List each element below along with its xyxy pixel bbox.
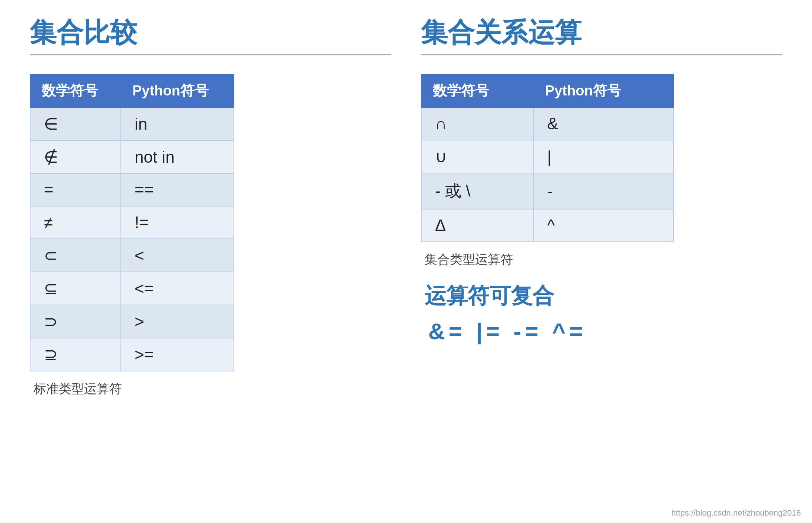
- left-col1-header: 数学符号: [30, 74, 121, 107]
- table-row: ∩&: [421, 107, 673, 140]
- math-symbol: ⊆: [30, 272, 121, 305]
- right-table: 数学符号 Python符号 ∩&∪|- 或 \-Δ^: [421, 74, 674, 242]
- left-col2-header: Python符号: [121, 74, 234, 107]
- math-symbol: ⊃: [30, 305, 121, 338]
- table-row: ∪|: [421, 140, 673, 173]
- watermark: https://blog.csdn.net/zhoubeng2016: [671, 508, 801, 518]
- table-row: ∈in: [30, 107, 234, 140]
- python-symbol: <=: [121, 272, 234, 305]
- math-symbol: ∩: [421, 107, 534, 140]
- table-row: ⊃>: [30, 305, 234, 338]
- table-row: ⊇>=: [30, 338, 234, 371]
- table-row: - 或 \-: [421, 173, 673, 209]
- right-footnote: 集合类型运算符: [425, 251, 513, 268]
- python-symbol: <: [121, 239, 234, 272]
- table-row: ≠!=: [30, 206, 234, 239]
- left-table: 数学符号 Python符号 ∈in∉not in===≠!=⊂<⊆<=⊃>⊇>=: [30, 74, 234, 371]
- compound-ops: &= |= -= ^=: [428, 318, 586, 344]
- python-symbol: >: [121, 305, 234, 338]
- table-row: Δ^: [421, 209, 673, 242]
- python-symbol: in: [121, 107, 234, 140]
- right-title: 集合关系运算: [421, 15, 782, 55]
- math-symbol: Δ: [421, 209, 534, 242]
- python-symbol: &: [534, 107, 673, 140]
- table-row: ===: [30, 173, 234, 206]
- math-symbol: - 或 \: [421, 173, 534, 209]
- right-col1-header: 数学符号: [421, 74, 534, 107]
- python-symbol: -: [534, 173, 673, 209]
- right-section: 集合关系运算 数学符号 Python符号 ∩&∪|- 或 \-Δ^ 集合类型运算…: [421, 15, 782, 508]
- left-title: 集合比较: [30, 15, 391, 55]
- python-symbol: !=: [121, 206, 234, 239]
- math-symbol: ≠: [30, 206, 121, 239]
- python-symbol: ^: [534, 209, 673, 242]
- left-footnote: 标准类型运算符: [33, 380, 122, 397]
- math-symbol: ⊂: [30, 239, 121, 272]
- python-symbol: |: [534, 140, 673, 173]
- math-symbol: ∪: [421, 140, 534, 173]
- table-row: ⊂<: [30, 239, 234, 272]
- compound-title: 运算符可复合: [425, 282, 554, 311]
- table-row: ⊆<=: [30, 272, 234, 305]
- math-symbol: ∉: [30, 140, 121, 173]
- right-col2-header: Python符号: [534, 74, 673, 107]
- math-symbol: ⊇: [30, 338, 121, 371]
- math-symbol: =: [30, 173, 121, 206]
- math-symbol: ∈: [30, 107, 121, 140]
- python-symbol: ==: [121, 173, 234, 206]
- left-section: 集合比较 数学符号 Python符号 ∈in∉not in===≠!=⊂<⊆<=…: [30, 15, 391, 508]
- python-symbol: >=: [121, 338, 234, 371]
- python-symbol: not in: [121, 140, 234, 173]
- table-row: ∉not in: [30, 140, 234, 173]
